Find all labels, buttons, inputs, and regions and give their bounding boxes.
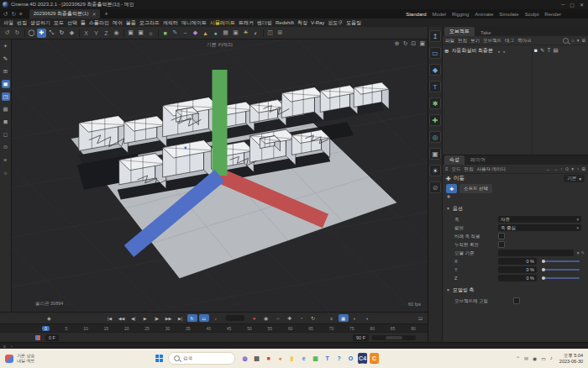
- frame-value-pill[interactable]: [226, 315, 244, 321]
- checkbox[interactable]: [498, 233, 505, 239]
- toolbar-icon[interactable]: [122, 29, 125, 38]
- asset-icon[interactable]: ✱: [429, 97, 441, 109]
- taskbar-app-icon[interactable]: ▮: [287, 353, 297, 364]
- asset-icon[interactable]: ◎: [429, 131, 441, 143]
- 3d-viewport[interactable]: 기본 카메라 ⊕↻⊡▣ 폴리곤 30894 60 fps: [12, 39, 428, 312]
- weather-widget[interactable]: 기온 상승 내일 예보: [5, 354, 34, 364]
- timeline-option-button[interactable]: ◐: [350, 314, 360, 322]
- toolbar-icon[interactable]: ↻: [13, 29, 22, 38]
- mode-icon[interactable]: ≡: [2, 155, 10, 164]
- maximize-button[interactable]: ▢: [570, 2, 575, 8]
- menu-item[interactable]: 편집: [17, 19, 27, 27]
- panel-menu-item[interactable]: 북마크: [517, 38, 532, 44]
- toolbar-icon[interactable]: [156, 29, 160, 38]
- x-slider[interactable]: [542, 260, 580, 262]
- mode-icon[interactable]: ◻: [2, 130, 10, 139]
- object-name[interactable]: 자동화설비 최종본: [451, 47, 493, 55]
- modeling-axis-header[interactable]: ▼모델링 축: [446, 287, 585, 294]
- toolbar-icon[interactable]: ◆: [191, 29, 200, 38]
- tray-icon[interactable]: ✉: [524, 355, 528, 361]
- toolbar-icon[interactable]: [77, 29, 81, 38]
- close-button[interactable]: ✕: [580, 2, 584, 8]
- toolbar-icon[interactable]: ☼: [146, 29, 155, 38]
- taskbar-app-icon[interactable]: ●: [276, 353, 285, 364]
- tray-icon[interactable]: ⌃: [516, 355, 520, 361]
- plane-select[interactable]: 축 중심▾: [498, 224, 581, 231]
- transport-button[interactable]: |◀: [105, 314, 115, 322]
- menu-item[interactable]: 트래커: [239, 19, 254, 27]
- record-button[interactable]: ◔: [297, 314, 307, 322]
- attribute-nav-icon[interactable]: ←: [546, 166, 551, 171]
- menu-item[interactable]: V-Ray: [311, 20, 324, 25]
- y-value-field[interactable]: 0 %: [498, 266, 537, 273]
- preview-range-slider[interactable]: [372, 335, 416, 340]
- record-button[interactable]: ↻: [308, 314, 318, 322]
- panel-corner-icon[interactable]: ⊞: [581, 38, 585, 44]
- start-frame-field[interactable]: 0 F: [45, 334, 59, 341]
- model-text-field[interactable]: [498, 250, 574, 256]
- preset-dropdown[interactable]: 기본 ▾: [564, 175, 585, 182]
- transport-button[interactable]: ◀|: [129, 314, 139, 322]
- checkbox[interactable]: [498, 241, 505, 248]
- mode-icon[interactable]: ⊙: [2, 143, 10, 151]
- toolbar-icon[interactable]: ▣: [231, 29, 240, 38]
- panel-tab[interactable]: Take: [475, 29, 496, 36]
- timeline-option-button[interactable]: ▦: [339, 314, 349, 322]
- toolbar-icon[interactable]: ▣: [136, 29, 145, 38]
- transport-button[interactable]: ▭: [199, 314, 209, 322]
- undo-redo-icon[interactable]: ↻: [11, 11, 15, 18]
- menu-item[interactable]: 모드: [54, 19, 64, 27]
- menu-item[interactable]: 선택: [67, 19, 77, 27]
- asset-icon[interactable]: ◆: [429, 64, 441, 76]
- mode-icon[interactable]: ◼: [2, 118, 10, 126]
- menu-item[interactable]: 확장: [297, 19, 307, 27]
- mode-icon[interactable]: ⊞: [2, 67, 10, 76]
- panel-tab[interactable]: 오브젝트: [444, 27, 475, 36]
- status-icon[interactable]: ≡: [3, 344, 6, 349]
- toolbar-icon[interactable]: [261, 29, 265, 38]
- timeline-option-button[interactable]: ◑: [362, 314, 372, 322]
- dropdown-icon[interactable]: ▾: [577, 250, 580, 255]
- soft-selection-tab-chip[interactable]: 소프트 선택: [459, 184, 492, 193]
- x-value-field[interactable]: 0 %: [498, 258, 537, 265]
- object-tag-icon[interactable]: ✎: [540, 47, 544, 54]
- panel-menu-item[interactable]: 태그: [505, 38, 514, 44]
- taskbar-app-icon[interactable]: ▤: [252, 353, 261, 364]
- mode-icon[interactable]: ✎: [2, 55, 10, 63]
- start-button[interactable]: [155, 355, 163, 362]
- options-section-header[interactable]: ▼옵션: [446, 205, 585, 213]
- toolbar-icon[interactable]: ◆: [67, 29, 76, 38]
- object-tag-icon[interactable]: ▤: [553, 47, 558, 54]
- asset-icon[interactable]: ☀: [429, 165, 441, 176]
- taskbar-search[interactable]: 검색: [168, 352, 235, 365]
- edit-icon[interactable]: ✎: [580, 250, 585, 255]
- taskbar-app-icon[interactable]: T: [323, 353, 332, 364]
- transport-button[interactable]: ♪: [211, 314, 221, 322]
- minimize-button[interactable]: ─: [561, 2, 564, 8]
- layout-tab[interactable]: Simulate: [499, 12, 518, 17]
- z-slider[interactable]: [542, 277, 580, 279]
- menu-item[interactable]: 툴: [81, 19, 86, 27]
- transport-button[interactable]: ↻: [187, 314, 197, 322]
- tray-icon[interactable]: ◉: [533, 355, 537, 361]
- panel-menu-item[interactable]: 오브젝트: [483, 38, 501, 44]
- toolbar-icon[interactable]: ✚: [37, 29, 46, 38]
- panel-menu-item[interactable]: 사용자 데이터: [477, 166, 507, 172]
- record-button[interactable]: ●: [249, 314, 260, 322]
- y-slider[interactable]: [542, 269, 580, 271]
- menu-item[interactable]: 모그라프: [139, 19, 160, 27]
- keyframe-marker-icon[interactable]: ◆: [47, 315, 51, 321]
- toolbar-icon[interactable]: ~: [181, 29, 190, 38]
- taskbar-app-icon[interactable]: ◍: [240, 353, 249, 364]
- tray-icon[interactable]: ♪: [550, 355, 553, 361]
- menu-item[interactable]: 볼륨: [126, 19, 136, 27]
- asset-icon[interactable]: ▣: [429, 148, 441, 160]
- panel-menu-item[interactable]: 모드: [452, 166, 461, 172]
- taskbar-app-icon[interactable]: C: [370, 353, 379, 364]
- object-tree-row[interactable]: ⊕ 자동화설비 최종본 ● ●: [444, 47, 530, 55]
- status-icon[interactable]: ◔: [10, 344, 13, 349]
- menu-item[interactable]: 스플라인: [89, 19, 109, 27]
- transport-button[interactable]: |▶: [152, 314, 162, 322]
- menu-item[interactable]: 애니메이트: [181, 19, 207, 27]
- record-button[interactable]: ☼: [273, 314, 283, 322]
